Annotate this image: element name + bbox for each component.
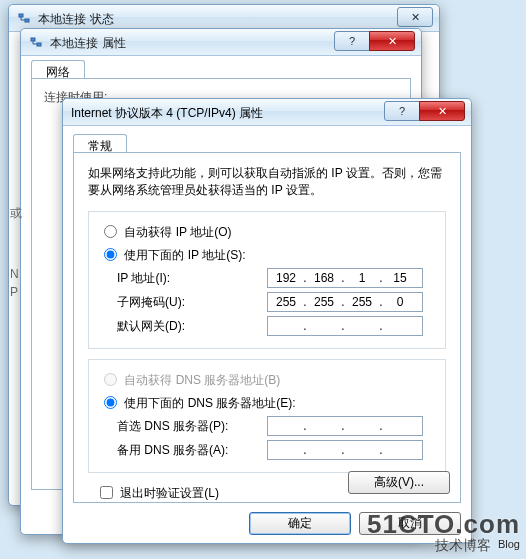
window-ipv4-properties: Internet 协议版本 4 (TCP/IPv4) 属性 ? ✕ 常规 如果网…	[62, 98, 472, 544]
radio-dns-auto-input	[104, 373, 117, 386]
validate-on-exit[interactable]: 退出时验证设置(L)	[96, 486, 219, 500]
subnet-mask-label: 子网掩码(U):	[117, 294, 267, 311]
dns-settings-group: 自动获得 DNS 服务器地址(B) 使用下面的 DNS 服务器地址(E): 首选…	[88, 359, 446, 473]
alternate-dns-label: 备用 DNS 服务器(A):	[117, 442, 267, 459]
radio-ip-manual-input[interactable]	[104, 248, 117, 261]
radio-ip-auto-input[interactable]	[104, 225, 117, 238]
ip-settings-group: 自动获得 IP 地址(O) 使用下面的 IP 地址(S): IP 地址(I): …	[88, 211, 446, 349]
radio-dns-manual-input[interactable]	[104, 396, 117, 409]
close-icon: ✕	[438, 98, 447, 124]
radio-ip-auto[interactable]: 自动获得 IP 地址(O)	[99, 222, 435, 241]
close-button[interactable]: ✕	[397, 7, 433, 27]
radio-label: 自动获得 DNS 服务器地址(B)	[124, 373, 280, 387]
help-button[interactable]: ?	[384, 101, 420, 121]
svg-rect-1	[25, 19, 29, 22]
preferred-dns-label: 首选 DNS 服务器(P):	[117, 418, 267, 435]
network-icon	[17, 12, 31, 26]
close-icon: ✕	[388, 28, 397, 54]
default-gateway-label: 默认网关(D):	[117, 318, 267, 335]
cutoff-text: 或	[10, 205, 22, 222]
ip-address-label: IP 地址(I):	[117, 270, 267, 287]
dialog-footer: 确定 取消	[249, 512, 461, 535]
close-icon: ✕	[411, 4, 420, 30]
titlebar[interactable]: Internet 协议版本 4 (TCP/IPv4) 属性 ? ✕	[63, 99, 471, 126]
row-alternate-dns: 备用 DNS 服务器(A): . . .	[99, 440, 435, 460]
close-button[interactable]: ✕	[369, 31, 415, 51]
radio-label: 使用下面的 IP 地址(S):	[124, 248, 245, 262]
titlebar[interactable]: 本地连接 属性 ? ✕	[21, 29, 421, 56]
cutoff-text: N P	[10, 265, 20, 301]
row-subnet-mask: 子网掩码(U): 255. 255. 255. 0	[99, 292, 435, 312]
preferred-dns-input[interactable]: . . .	[267, 416, 423, 436]
help-icon: ?	[399, 98, 405, 124]
help-button[interactable]: ?	[334, 31, 370, 51]
watermark-tag: Blog	[498, 538, 520, 550]
radio-label: 自动获得 IP 地址(O)	[124, 225, 231, 239]
advanced-button[interactable]: 高级(V)...	[348, 471, 450, 494]
network-icon	[29, 36, 43, 50]
radio-label: 使用下面的 DNS 服务器地址(E):	[124, 396, 295, 410]
validate-on-exit-checkbox[interactable]	[100, 486, 113, 499]
row-ip-address: IP 地址(I): 192. 168. 1. 15	[99, 268, 435, 288]
close-button[interactable]: ✕	[419, 101, 465, 121]
row-preferred-dns: 首选 DNS 服务器(P): . . .	[99, 416, 435, 436]
default-gateway-input[interactable]: . . .	[267, 316, 423, 336]
svg-rect-2	[31, 38, 35, 41]
window-title: 本地连接 属性	[50, 30, 125, 56]
ok-button[interactable]: 确定	[249, 512, 351, 535]
window-title: Internet 协议版本 4 (TCP/IPv4) 属性	[71, 100, 263, 126]
radio-dns-manual[interactable]: 使用下面的 DNS 服务器地址(E):	[99, 393, 435, 412]
help-icon: ?	[349, 28, 355, 54]
cancel-button[interactable]: 取消	[359, 512, 461, 535]
validate-on-exit-label: 退出时验证设置(L)	[120, 486, 219, 500]
svg-rect-0	[19, 14, 23, 17]
ip-address-input[interactable]: 192. 168. 1. 15	[267, 268, 423, 288]
tab-panel-general: 如果网络支持此功能，则可以获取自动指派的 IP 设置。否则，您需要从网络系统管理…	[73, 152, 461, 503]
description-text: 如果网络支持此功能，则可以获取自动指派的 IP 设置。否则，您需要从网络系统管理…	[88, 165, 446, 199]
radio-dns-auto: 自动获得 DNS 服务器地址(B)	[99, 370, 435, 389]
row-default-gateway: 默认网关(D): . . .	[99, 316, 435, 336]
radio-ip-manual[interactable]: 使用下面的 IP 地址(S):	[99, 245, 435, 264]
svg-rect-3	[37, 43, 41, 46]
subnet-mask-input[interactable]: 255. 255. 255. 0	[267, 292, 423, 312]
alternate-dns-input[interactable]: . . .	[267, 440, 423, 460]
